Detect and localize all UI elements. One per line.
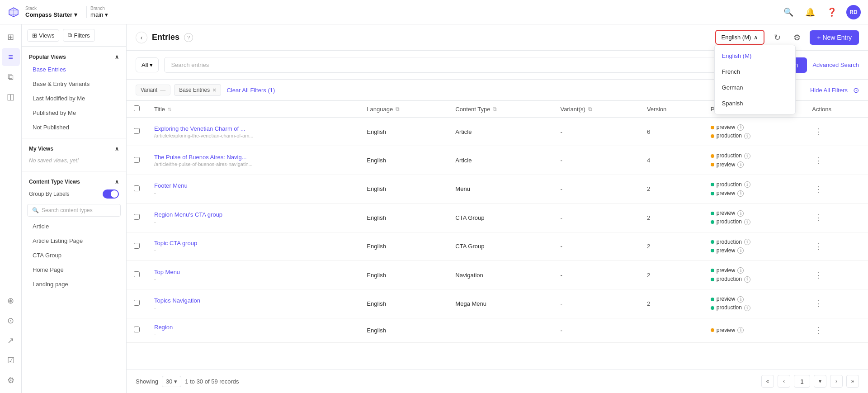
- row-checkbox[interactable]: [134, 327, 140, 332]
- language-filter-icon[interactable]: ⧉: [396, 106, 400, 112]
- language-selector[interactable]: English (M) ∧: [715, 30, 765, 45]
- filters-button[interactable]: ⧉ Filters: [63, 29, 94, 42]
- group-by-labels-toggle[interactable]: [103, 189, 119, 199]
- entry-title[interactable]: Topic CTA group: [154, 240, 352, 246]
- popular-view-last-modified[interactable]: Last Modified by Me: [25, 91, 123, 105]
- popular-view-not-published[interactable]: Not Published: [25, 120, 123, 134]
- entry-title[interactable]: Top Menu: [154, 269, 352, 275]
- remove-base-entries-filter[interactable]: ×: [212, 86, 216, 94]
- status-info-icon[interactable]: ℹ: [737, 161, 744, 168]
- search-content-types[interactable]: 🔍 Search content types: [27, 204, 121, 217]
- lang-option-french[interactable]: French: [715, 64, 795, 80]
- lang-option-german[interactable]: German: [715, 80, 795, 95]
- entry-title[interactable]: Topics Navigation: [154, 297, 352, 304]
- content-type-article[interactable]: Article: [25, 219, 123, 233]
- clear-all-filters[interactable]: Clear All Filters (1): [226, 87, 275, 94]
- row-checkbox[interactable]: [134, 243, 140, 249]
- status-info-icon[interactable]: ℹ: [737, 124, 744, 131]
- content-type-article-listing[interactable]: Article Listing Page: [25, 234, 123, 248]
- popular-view-base-entries[interactable]: Base Entries: [25, 62, 123, 76]
- sidebar-item-blocks[interactable]: ⧉: [2, 68, 20, 86]
- prev-page-button[interactable]: ‹: [778, 375, 790, 388]
- first-page-button[interactable]: «: [761, 375, 774, 388]
- search-input[interactable]: [164, 57, 753, 73]
- status-info-icon[interactable]: ℹ: [744, 305, 750, 311]
- collapse-popular-icon[interactable]: ∧: [115, 54, 119, 60]
- popular-view-base-entry-variants[interactable]: Base & Entry Variants: [25, 77, 123, 91]
- sidebar-item-assets[interactable]: ◫: [2, 88, 20, 106]
- content-type-cta-group[interactable]: CTA Group: [25, 248, 123, 262]
- row-checkbox[interactable]: [134, 185, 140, 191]
- more-actions-button[interactable]: ⋮: [812, 241, 826, 252]
- row-checkbox[interactable]: [134, 271, 140, 277]
- more-actions-button[interactable]: ⋮: [812, 324, 826, 336]
- page-number-input[interactable]: [794, 375, 810, 388]
- lang-option-english[interactable]: English (M): [715, 48, 795, 64]
- hide-all-filters[interactable]: Hide All Filters: [810, 87, 848, 94]
- all-dropdown[interactable]: All ▾: [136, 57, 159, 72]
- status-info-icon[interactable]: ℹ: [744, 239, 750, 245]
- title-sort-icon[interactable]: ⇅: [168, 107, 171, 112]
- hide-filters-icon[interactable]: ⊙: [853, 86, 859, 95]
- new-entry-button[interactable]: + New Entry: [810, 30, 859, 45]
- status-info-icon[interactable]: ℹ: [744, 133, 750, 139]
- status-info-icon[interactable]: ℹ: [744, 276, 750, 283]
- entry-title[interactable]: The Pulse of Buenos Aires: Navig...: [154, 154, 352, 161]
- sidebar-item-entries[interactable]: ≡: [2, 48, 20, 66]
- select-all-checkbox[interactable]: [134, 105, 140, 111]
- more-actions-button[interactable]: ⋮: [812, 298, 826, 309]
- entry-title[interactable]: Exploring the Venetian Charm of ...: [154, 125, 352, 132]
- notification-icon[interactable]: 🔔: [803, 5, 817, 19]
- stack-name[interactable]: Compass Starter ▾: [25, 11, 77, 18]
- status-info-icon[interactable]: ℹ: [744, 153, 750, 159]
- row-checkbox[interactable]: [134, 214, 140, 220]
- entry-title[interactable]: Region: [154, 324, 352, 331]
- status-info-icon[interactable]: ℹ: [737, 190, 744, 197]
- sidebar-item-tasks[interactable]: ☑: [2, 351, 20, 369]
- more-actions-button[interactable]: ⋮: [812, 183, 826, 195]
- status-info-icon[interactable]: ℹ: [744, 219, 750, 225]
- status-info-icon[interactable]: ℹ: [737, 210, 744, 217]
- avatar[interactable]: RD: [846, 5, 861, 19]
- settings-button[interactable]: ⚙: [790, 30, 804, 45]
- sidebar-item-releases[interactable]: ⊙: [2, 312, 20, 330]
- refresh-button[interactable]: ↻: [770, 30, 784, 45]
- more-actions-button[interactable]: ⋮: [812, 212, 826, 223]
- content-type-filter-icon[interactable]: ⧉: [493, 106, 497, 112]
- branch-name[interactable]: main ▾: [90, 11, 108, 18]
- last-page-button[interactable]: »: [846, 375, 859, 388]
- status-info-icon[interactable]: ℹ: [737, 327, 744, 333]
- help-icon[interactable]: ❓: [825, 5, 839, 19]
- back-button[interactable]: ‹: [136, 32, 147, 43]
- status-info-icon[interactable]: ℹ: [737, 296, 744, 303]
- sidebar-item-workflows[interactable]: ↗: [2, 331, 20, 350]
- status-info-icon[interactable]: ℹ: [737, 267, 744, 274]
- row-checkbox[interactable]: [134, 157, 140, 163]
- status-info-icon[interactable]: ℹ: [744, 181, 750, 188]
- row-checkbox[interactable]: [134, 300, 140, 306]
- per-page-select[interactable]: 30 ▾: [162, 376, 181, 387]
- collapse-myviews-icon[interactable]: ∧: [115, 146, 119, 152]
- lang-option-spanish[interactable]: Spanish: [715, 95, 795, 111]
- entry-title[interactable]: Footer Menu: [154, 182, 352, 189]
- popular-view-published-by-me[interactable]: Published by Me: [25, 106, 123, 120]
- entry-title[interactable]: Region Menu's CTA group: [154, 211, 352, 218]
- page-chevron-button[interactable]: ▾: [814, 375, 826, 388]
- sidebar-item-extensions[interactable]: ⚙: [2, 371, 20, 389]
- status-info-icon[interactable]: ℹ: [737, 247, 744, 254]
- advanced-search-link[interactable]: Advanced Search: [812, 62, 859, 68]
- views-button[interactable]: ⊞ Views: [27, 29, 59, 42]
- variants-filter-icon[interactable]: ⧉: [588, 106, 592, 112]
- more-actions-button[interactable]: ⋮: [812, 155, 826, 166]
- search-icon[interactable]: 🔍: [781, 5, 796, 19]
- content-type-home-page[interactable]: Home Page: [25, 263, 123, 277]
- help-circle-icon[interactable]: ?: [184, 33, 193, 42]
- sidebar-item-schema[interactable]: ⊛: [2, 292, 20, 310]
- more-actions-button[interactable]: ⋮: [812, 126, 826, 137]
- next-page-button[interactable]: ›: [830, 375, 843, 388]
- row-checkbox[interactable]: [134, 128, 140, 134]
- collapse-ctv-icon[interactable]: ∧: [115, 179, 119, 185]
- content-type-landing-page[interactable]: Landing page: [25, 277, 123, 291]
- more-actions-button[interactable]: ⋮: [812, 269, 826, 281]
- sidebar-item-grid[interactable]: ⊞: [2, 28, 20, 46]
